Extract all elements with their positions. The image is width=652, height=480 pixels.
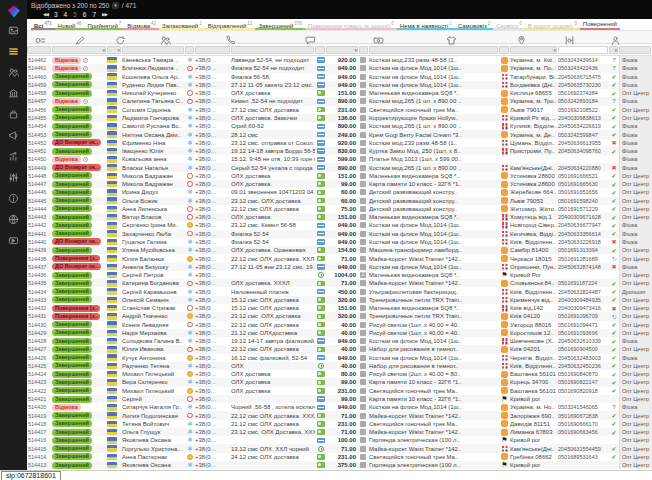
announce-icon[interactable] <box>0 127 27 143</box>
table-row[interactable]: 514441ЗавершенийЗахарченко Люба+38(0…Фиа… <box>27 230 652 238</box>
orders-icon[interactable] <box>0 43 27 59</box>
products-icon[interactable] <box>0 106 27 122</box>
bank-icon[interactable] <box>0 85 27 101</box>
table-row[interactable]: 514442ЗавершенийСергієнко Ірина Ми..+38(… <box>27 221 652 229</box>
table-row[interactable]: 514414ЗавершенийАнна Пастернак+38(0…24.1… <box>27 453 652 461</box>
table-row[interactable]: 514447ЗавершенийМикола Бадражан+38(0…ОЛХ… <box>27 180 652 188</box>
filter-select[interactable]: ▾ <box>107 46 121 54</box>
table-row[interactable]: 514443ЗавершенийВіктор Власов+38(0…ОЛХ д… <box>27 213 652 221</box>
table-row[interactable]: 514426ЗавершенийКучук Антонина+38(0…16.1… <box>27 354 652 362</box>
table-row[interactable]: 514446ЗавершенийИрина Дидух❄+38(0…09.01 … <box>27 188 652 196</box>
last-page-button[interactable]: ▶▶ <box>102 12 107 17</box>
table-row[interactable]: 514453ЗавершенийНікітіна Оксана Дми..❄+3… <box>27 130 652 138</box>
table-row[interactable]: 514448ЗавершенийМикола Бадражан+38(0…ОЛХ… <box>27 172 652 180</box>
table-row[interactable]: 514428ЗавершенийСолодкова Галина В..❄+38… <box>27 337 652 345</box>
filter-select[interactable]: ▾ <box>609 46 618 54</box>
filter-select[interactable] <box>231 46 314 54</box>
filter-select[interactable]: ▾ <box>52 46 106 54</box>
filter-select[interactable] <box>185 46 194 54</box>
filter-input[interactable] <box>558 46 608 54</box>
tab-Повернення товару (в дорозі)[interactable]: Повернення товару (в дорозі)0 <box>305 19 397 30</box>
video-icon[interactable] <box>0 232 27 248</box>
table-row[interactable]: 514454ЗавершенийСамотій Руслана Во..❄+38… <box>27 122 652 130</box>
app-logo-icon[interactable] <box>0 0 27 22</box>
table-row[interactable]: 514458ЗавершенийНиколай Кучеренко+38(0…О… <box>27 89 652 97</box>
table-row[interactable]: 514415ЗавершенийГоргулько Христина..❄+38… <box>27 444 652 452</box>
tab-Новий[interactable]: Новий48 <box>55 19 85 30</box>
table-row[interactable]: 514439ЗавершенийУляна Мусійовська❄+38(0…… <box>27 246 652 254</box>
first-page-button[interactable]: ◀◀ <box>43 12 48 17</box>
page-button[interactable]: 7 <box>92 11 96 18</box>
tab-Самовивіз[interactable]: Самовивіз2 <box>455 19 494 30</box>
table-row[interactable]: 514437ДО Возврат ок..Анжела Безушку❄+38(… <box>27 263 652 271</box>
table-row[interactable]: 514429ЗавершенийНадія Мерзаєва❄+38(0…21.… <box>27 329 652 337</box>
tab-Відмова[interactable]: Відмова42 <box>124 19 159 30</box>
table-row[interactable]: 514433ЗавершенийОлексій Семанін❄+38(0…15… <box>27 296 652 304</box>
filter-select[interactable] <box>499 46 509 54</box>
table-row[interactable]: 514455ЗавершенийЛюдмила Гончарова❄+38(0…… <box>27 114 652 122</box>
table-row[interactable]: 514461ВідмоваБлизнюк Людмила ..+38(0…Фиа… <box>27 64 652 72</box>
table-row[interactable]: 514430ЗавершенийКсенія Левадняя+38(0…22.… <box>27 321 652 329</box>
info-icon[interactable] <box>0 190 27 206</box>
table-row[interactable]: 514459ЗавершенийРуденко Лидия Пав..❄+38(… <box>27 81 652 89</box>
snowflake-icon: ❄ <box>187 197 192 205</box>
table-row[interactable]: 514432Повернення (з..Станіслав Стрижак+3… <box>27 304 652 312</box>
table-row[interactable]: 514416ЗавершенийЯковлева Оксана❄+38(0…10… <box>27 436 652 444</box>
tab-Прийнятий[interactable]: Прийнятий7 <box>84 19 124 30</box>
clients-icon[interactable] <box>0 64 27 80</box>
table-row[interactable]: 514424ЗавершенийМихаил Гилецький+38(0…ОЛ… <box>27 370 652 378</box>
table-row[interactable]: 514438Повернення (з..Юлия Баланюк+38(0…2… <box>27 254 652 262</box>
table-row[interactable]: 514436ЗавершенийСергей Петров❄+38(0…1004… <box>27 271 652 279</box>
table-row[interactable]: 514422ЗавершенийМихаил Гилецький+38(0…ОЛ… <box>27 387 652 395</box>
page-button[interactable]: 3 <box>54 11 58 18</box>
table-row[interactable]: 514452ДО Возврат ок..Єфименко Ніна❄+38(0… <box>27 139 652 147</box>
tab-Завершений[interactable]: Завершений278 <box>255 19 304 30</box>
table-row[interactable]: 514456ЗавершенийСоломія Сідоніна❄+38(0…2… <box>27 106 652 114</box>
table-row[interactable]: 514420ВідмоваСитарчук Наталія Гр..❄+38(0… <box>27 403 652 411</box>
stats-icon[interactable] <box>0 148 27 164</box>
tab-Відправлений[interactable]: Відправлений12 <box>205 19 256 30</box>
page-button[interactable]: 5 <box>73 11 77 18</box>
table-row[interactable]: 514423ЗавершенийВера Скляренко❄+38(0…ОЛХ… <box>27 378 652 386</box>
table-row[interactable]: 514460ЗавершенийКошелева Ольга Ар..❄+38(… <box>27 73 652 81</box>
filter-select[interactable]: ▾ <box>326 46 358 54</box>
tab-Запакований[interactable]: Запакований1 <box>159 19 205 30</box>
table-row[interactable]: 514440ДО Возврат ок..Гуцалюк Галина❄+38(… <box>27 238 652 246</box>
table-row[interactable]: 514413ЗавершенийЯковлева Оксана❄+38(0…37… <box>27 461 652 469</box>
table-row[interactable]: 514449ДО Возврат ок..Власюк Наталья❄+38(… <box>27 163 652 171</box>
table-row[interactable]: 514457ВідмоваСалепина Татьяна С..+38(0…К… <box>27 97 652 105</box>
table-row[interactable]: 514451ЗавершенийІващенко Юлія❄+38(0…19.1… <box>27 147 652 155</box>
page-button[interactable]: 4 <box>64 11 68 18</box>
table-row[interactable]: 514421ЗавершенийСергей+38(0…99.00Карта п… <box>27 395 652 403</box>
globe-icon[interactable] <box>0 211 27 227</box>
table-row[interactable]: 514435ЗавершенийКатерина Богданова+38(0…… <box>27 279 652 287</box>
filter-select[interactable] <box>195 46 230 54</box>
table-row[interactable]: 514444ЗавершенийАнна Липенська+38(0…22.1… <box>27 205 652 213</box>
page-button[interactable]: 6 <box>83 11 87 18</box>
dashboard-icon[interactable] <box>0 22 27 38</box>
table-row[interactable]: 514419ЗавершенийЛилия Подолинская+38(0…2… <box>27 411 652 419</box>
filter-select[interactable] <box>122 46 184 54</box>
table-row[interactable]: 514445ЗавершенийОльга Божик❄+38(0…23.12 … <box>27 197 652 205</box>
table-row[interactable]: 514431Повернення (з..Андрій Ткаченко+38(… <box>27 312 652 320</box>
table-row[interactable]: 514418ЗавершенийТетяна Войтович❄+38(0…21… <box>27 420 652 428</box>
tab-В дорозі додому[interactable]: В дорозі додому0 <box>525 19 580 30</box>
tab-Нема в наявності[interactable]: Нема в наявності1 <box>397 19 455 30</box>
table-row[interactable]: 514425ЗавершенийРадченко Тетяна❄+38(0…ОЛ… <box>27 362 652 370</box>
filter-select[interactable] <box>315 46 325 54</box>
filter-select[interactable] <box>369 46 498 54</box>
table-row[interactable]: 514434ЗавершенийСергей Карамышев❄+38(0…Н… <box>27 287 652 295</box>
table-row[interactable]: 514462ВідмоваКаневська Тамара ..❄+38(0…Л… <box>27 56 652 64</box>
filter-select[interactable] <box>359 46 368 54</box>
tab-Повернений[interactable]: Повернений <box>580 19 620 30</box>
table-row[interactable]: 514417ЗавершенийОльга Глущук❄+38(0…23.12… <box>27 428 652 436</box>
filter-select[interactable] <box>27 46 51 54</box>
table-row[interactable]: 514427ЗавершенийЮлия Иванова+38(0…22.12 … <box>27 345 652 353</box>
tab-Всі[interactable]: Всі471 <box>31 19 55 30</box>
tab-Сервіси[interactable]: Сервіси0 <box>493 19 524 30</box>
filter-select[interactable] <box>619 46 651 54</box>
filter-select[interactable]: ▾ <box>510 46 557 54</box>
table-row[interactable]: 514450ВідмоваКовальова анна❄+38(0…15.12.… <box>27 155 652 163</box>
page-size-dropdown[interactable]: ▾ <box>112 2 119 9</box>
sliders-icon[interactable] <box>0 169 27 185</box>
